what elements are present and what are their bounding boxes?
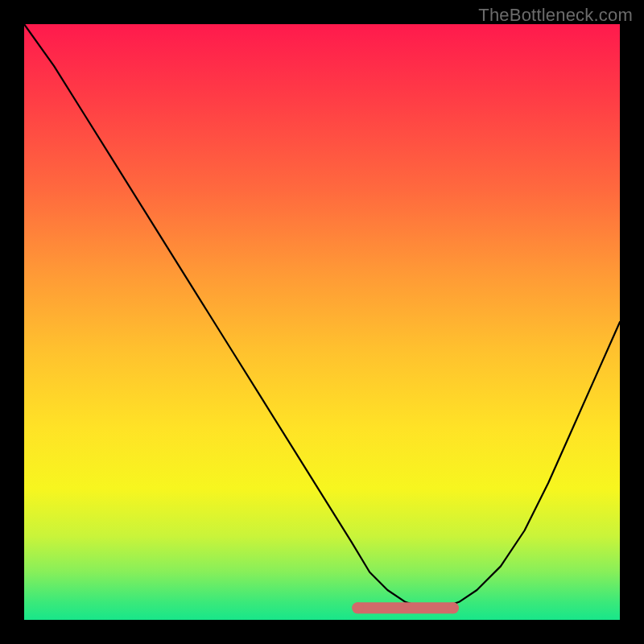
chart-frame: TheBottleneck.com [0,0,644,644]
curve-overlay [24,24,620,620]
optimal-band-dot-left-icon [352,602,363,613]
optimal-band-dot-right-icon [448,602,459,613]
bottleneck-curve-path [24,24,620,608]
plot-area [24,24,620,620]
watermark-text: TheBottleneck.com [478,5,633,26]
